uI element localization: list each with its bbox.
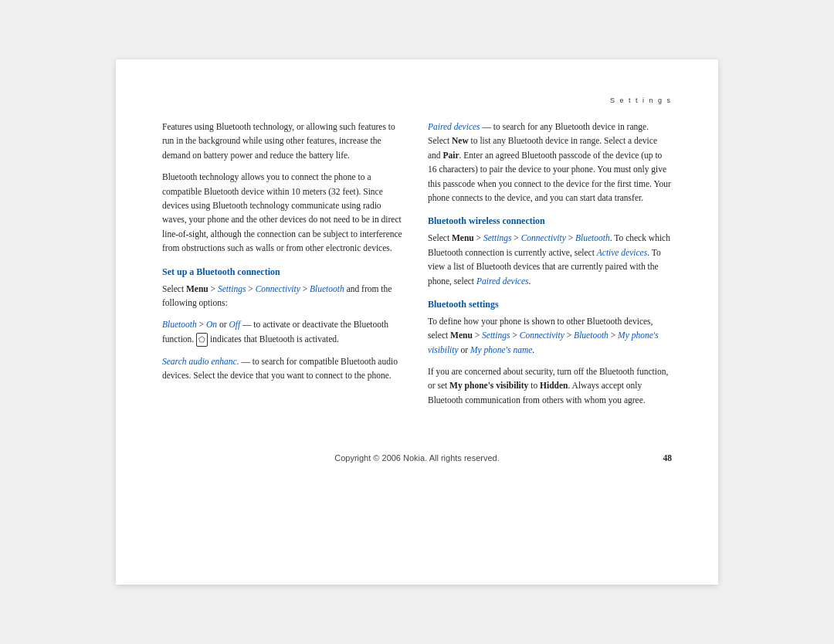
settings-link1[interactable]: Settings [218, 284, 246, 293]
right-para3: To define how your phone is shown to oth… [428, 314, 672, 357]
left-para5: Search audio enhanc. — to search for com… [162, 354, 406, 383]
heading-bluetooth-wireless: Bluetooth wireless connection [428, 215, 672, 227]
right-para2: Select Menu > Settings > Connectivity > … [428, 231, 672, 288]
left-para4: Bluetooth > On or Off — to activate or d… [162, 317, 406, 347]
page: S e t t i n g s Features using Bluetooth… [116, 59, 718, 585]
heading-setup-bluetooth: Set up a Bluetooth connection [162, 266, 406, 278]
left-column: Features using Bluetooth technology, or … [162, 120, 406, 415]
connectivity-link1[interactable]: Connectivity [256, 284, 300, 293]
settings-link3[interactable]: Settings [482, 330, 510, 340]
my-phone-name-link[interactable]: My phone's name [470, 345, 532, 354]
bluetooth-link1[interactable]: Bluetooth [310, 284, 344, 293]
search-audio-link[interactable]: Search audio enhanc. [162, 357, 239, 366]
bluetooth-link3[interactable]: Bluetooth [575, 233, 610, 242]
page-header: S e t t i n g s [162, 97, 672, 104]
on-link[interactable]: On [206, 320, 217, 329]
left-para1: Features using Bluetooth technology, or … [162, 120, 406, 162]
right-para4: If you are concerned about security, tur… [428, 364, 672, 407]
bluetooth-icon: ⬠ [196, 333, 208, 347]
off-link[interactable]: Off [229, 320, 240, 329]
right-para1: Paired devices — to search for any Bluet… [428, 120, 672, 205]
bluetooth-link4[interactable]: Bluetooth [574, 330, 609, 340]
left-para2: Bluetooth technology allows you to conne… [162, 170, 406, 255]
page-number: 48 [663, 453, 673, 463]
page-footer: Copyright © 2006 Nokia. All rights reser… [162, 446, 672, 463]
settings-link2[interactable]: Settings [483, 233, 511, 242]
paired-devices-link2[interactable]: Paired devices [476, 276, 529, 286]
connectivity-link3[interactable]: Connectivity [520, 330, 564, 340]
bluetooth-link2[interactable]: Bluetooth [162, 320, 197, 329]
two-column-layout: Features using Bluetooth technology, or … [162, 120, 672, 415]
header-text: S e t t i n g s [610, 97, 672, 104]
connectivity-link2[interactable]: Connectivity [521, 233, 566, 242]
right-column: Paired devices — to search for any Bluet… [428, 120, 672, 415]
heading-bluetooth-settings: Bluetooth settings [428, 299, 672, 310]
paired-devices-link1[interactable]: Paired devices [428, 122, 480, 131]
active-devices-link[interactable]: Active devices [597, 248, 647, 257]
left-para3: Select Menu > Settings > Connectivity > … [162, 282, 406, 310]
footer-copyright: Copyright © 2006 Nokia. All rights reser… [334, 453, 500, 463]
